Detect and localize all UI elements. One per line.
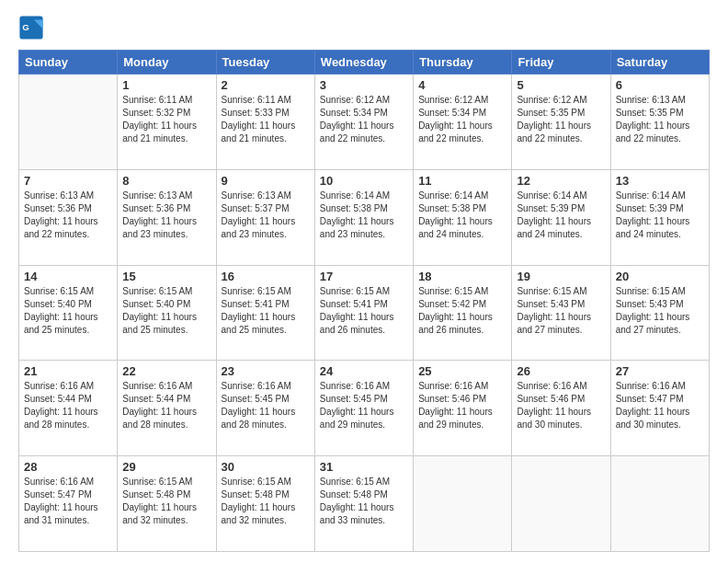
calendar-cell: 17Sunrise: 6:15 AM Sunset: 5:41 PM Dayli…	[314, 265, 413, 361]
day-info: Sunrise: 6:13 AM Sunset: 5:37 PM Dayligh…	[222, 190, 310, 241]
day-info: Sunrise: 6:14 AM Sunset: 5:38 PM Dayligh…	[320, 190, 408, 241]
day-info: Sunrise: 6:11 AM Sunset: 5:32 PM Dayligh…	[122, 94, 210, 145]
calendar-header-wednesday: Wednesday	[314, 51, 413, 75]
day-info: Sunrise: 6:16 AM Sunset: 5:44 PM Dayligh…	[24, 380, 112, 431]
day-info: Sunrise: 6:13 AM Sunset: 5:36 PM Dayligh…	[24, 190, 112, 241]
calendar-header-thursday: Thursday	[414, 51, 512, 75]
header: G	[18, 15, 710, 40]
day-number: 24	[320, 364, 408, 378]
calendar-cell: 27Sunrise: 6:16 AM Sunset: 5:47 PM Dayli…	[610, 361, 709, 456]
calendar-week-2: 7Sunrise: 6:13 AM Sunset: 5:36 PM Daylig…	[19, 169, 710, 265]
calendar-header-friday: Friday	[512, 51, 610, 75]
day-number: 14	[24, 270, 112, 283]
day-number: 3	[320, 78, 408, 92]
calendar-cell: 11Sunrise: 6:14 AM Sunset: 5:38 PM Dayli…	[414, 169, 512, 265]
day-info: Sunrise: 6:15 AM Sunset: 5:48 PM Dayligh…	[222, 476, 310, 527]
calendar-cell: 3Sunrise: 6:12 AM Sunset: 5:34 PM Daylig…	[314, 75, 413, 170]
day-number: 17	[320, 270, 408, 283]
page: G SundayMondayTuesdayWednesdayThursdayFr…	[0, 0, 728, 563]
day-info: Sunrise: 6:16 AM Sunset: 5:45 PM Dayligh…	[222, 380, 310, 431]
calendar-cell: 24Sunrise: 6:16 AM Sunset: 5:45 PM Dayli…	[314, 361, 413, 456]
day-number: 30	[222, 460, 310, 474]
day-number: 7	[24, 174, 112, 188]
calendar-week-1: 1Sunrise: 6:11 AM Sunset: 5:32 PM Daylig…	[19, 75, 710, 170]
logo: G	[18, 15, 48, 40]
calendar-cell: 20Sunrise: 6:15 AM Sunset: 5:43 PM Dayli…	[610, 265, 709, 361]
day-info: Sunrise: 6:13 AM Sunset: 5:35 PM Dayligh…	[616, 94, 704, 145]
day-number: 2	[222, 78, 310, 92]
calendar-header-tuesday: Tuesday	[216, 51, 314, 75]
day-number: 26	[517, 364, 605, 378]
calendar-cell: 23Sunrise: 6:16 AM Sunset: 5:45 PM Dayli…	[216, 361, 314, 456]
calendar-cell: 18Sunrise: 6:15 AM Sunset: 5:42 PM Dayli…	[414, 265, 512, 361]
day-number: 19	[517, 270, 605, 283]
calendar-cell: 22Sunrise: 6:16 AM Sunset: 5:44 PM Dayli…	[118, 361, 216, 456]
day-info: Sunrise: 6:15 AM Sunset: 5:41 PM Dayligh…	[222, 285, 310, 337]
day-number: 11	[418, 174, 506, 188]
calendar-cell: 13Sunrise: 6:14 AM Sunset: 5:39 PM Dayli…	[610, 169, 709, 265]
day-number: 10	[320, 174, 408, 188]
calendar-cell: 6Sunrise: 6:13 AM Sunset: 5:35 PM Daylig…	[610, 75, 709, 170]
day-info: Sunrise: 6:16 AM Sunset: 5:45 PM Dayligh…	[320, 380, 408, 431]
calendar-cell: 8Sunrise: 6:13 AM Sunset: 5:36 PM Daylig…	[118, 169, 216, 265]
calendar-cell	[19, 75, 118, 170]
calendar-week-4: 21Sunrise: 6:16 AM Sunset: 5:44 PM Dayli…	[19, 361, 710, 456]
calendar-week-5: 28Sunrise: 6:16 AM Sunset: 5:47 PM Dayli…	[19, 456, 710, 552]
day-info: Sunrise: 6:14 AM Sunset: 5:39 PM Dayligh…	[517, 190, 605, 241]
day-info: Sunrise: 6:12 AM Sunset: 5:34 PM Dayligh…	[418, 94, 506, 145]
day-info: Sunrise: 6:12 AM Sunset: 5:35 PM Dayligh…	[517, 94, 605, 145]
calendar-header-monday: Monday	[118, 51, 216, 75]
day-number: 9	[222, 174, 310, 188]
calendar-cell	[414, 456, 512, 552]
day-number: 22	[122, 364, 210, 378]
calendar-cell: 29Sunrise: 6:15 AM Sunset: 5:48 PM Dayli…	[118, 456, 216, 552]
day-info: Sunrise: 6:13 AM Sunset: 5:36 PM Dayligh…	[122, 190, 210, 241]
calendar-header-sunday: Sunday	[19, 51, 118, 75]
day-info: Sunrise: 6:16 AM Sunset: 5:47 PM Dayligh…	[24, 476, 112, 527]
calendar-week-3: 14Sunrise: 6:15 AM Sunset: 5:40 PM Dayli…	[19, 265, 710, 361]
day-info: Sunrise: 6:15 AM Sunset: 5:48 PM Dayligh…	[320, 476, 408, 527]
day-number: 15	[122, 270, 210, 283]
day-number: 29	[122, 460, 210, 474]
day-info: Sunrise: 6:15 AM Sunset: 5:40 PM Dayligh…	[122, 285, 210, 337]
calendar-cell: 26Sunrise: 6:16 AM Sunset: 5:46 PM Dayli…	[512, 361, 610, 456]
day-number: 28	[24, 460, 112, 474]
calendar-cell: 2Sunrise: 6:11 AM Sunset: 5:33 PM Daylig…	[216, 75, 314, 170]
calendar-cell	[610, 456, 709, 552]
calendar-cell: 14Sunrise: 6:15 AM Sunset: 5:40 PM Dayli…	[19, 265, 118, 361]
calendar-cell: 10Sunrise: 6:14 AM Sunset: 5:38 PM Dayli…	[314, 169, 413, 265]
day-number: 6	[616, 78, 704, 92]
day-info: Sunrise: 6:11 AM Sunset: 5:33 PM Dayligh…	[222, 94, 310, 145]
calendar-cell: 30Sunrise: 6:15 AM Sunset: 5:48 PM Dayli…	[216, 456, 314, 552]
calendar-cell: 16Sunrise: 6:15 AM Sunset: 5:41 PM Dayli…	[216, 265, 314, 361]
day-number: 16	[222, 270, 310, 283]
day-info: Sunrise: 6:16 AM Sunset: 5:46 PM Dayligh…	[418, 380, 506, 431]
day-number: 23	[222, 364, 310, 378]
day-info: Sunrise: 6:12 AM Sunset: 5:34 PM Dayligh…	[320, 94, 408, 145]
calendar-cell: 21Sunrise: 6:16 AM Sunset: 5:44 PM Dayli…	[19, 361, 118, 456]
svg-text:G: G	[22, 22, 29, 32]
day-info: Sunrise: 6:15 AM Sunset: 5:41 PM Dayligh…	[320, 285, 408, 337]
day-number: 8	[122, 174, 210, 188]
calendar-cell: 28Sunrise: 6:16 AM Sunset: 5:47 PM Dayli…	[19, 456, 118, 552]
calendar-cell: 25Sunrise: 6:16 AM Sunset: 5:46 PM Dayli…	[414, 361, 512, 456]
day-number: 13	[616, 174, 704, 188]
calendar-cell: 7Sunrise: 6:13 AM Sunset: 5:36 PM Daylig…	[19, 169, 118, 265]
day-number: 18	[418, 270, 506, 283]
day-info: Sunrise: 6:15 AM Sunset: 5:43 PM Dayligh…	[616, 285, 704, 337]
day-number: 31	[320, 460, 408, 474]
day-info: Sunrise: 6:16 AM Sunset: 5:47 PM Dayligh…	[616, 380, 704, 431]
day-number: 20	[616, 270, 704, 283]
calendar-cell: 19Sunrise: 6:15 AM Sunset: 5:43 PM Dayli…	[512, 265, 610, 361]
day-info: Sunrise: 6:14 AM Sunset: 5:38 PM Dayligh…	[418, 190, 506, 241]
day-number: 5	[517, 78, 605, 92]
day-number: 12	[517, 174, 605, 188]
calendar-cell: 4Sunrise: 6:12 AM Sunset: 5:34 PM Daylig…	[414, 75, 512, 170]
calendar-cell	[512, 456, 610, 552]
day-info: Sunrise: 6:16 AM Sunset: 5:46 PM Dayligh…	[517, 380, 605, 431]
day-info: Sunrise: 6:15 AM Sunset: 5:43 PM Dayligh…	[517, 285, 605, 337]
calendar-header-saturday: Saturday	[610, 51, 709, 75]
day-info: Sunrise: 6:14 AM Sunset: 5:39 PM Dayligh…	[616, 190, 704, 241]
calendar-cell: 9Sunrise: 6:13 AM Sunset: 5:37 PM Daylig…	[216, 169, 314, 265]
day-number: 1	[122, 78, 210, 92]
